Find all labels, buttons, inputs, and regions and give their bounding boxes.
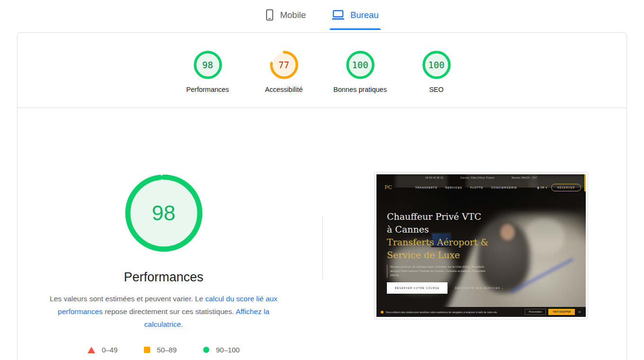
pagespeed-report: Mobile Bureau 98 Performances — [0, 0, 644, 360]
site-hero: Chauffeur Privé VTC à Cannes Transferts … — [387, 210, 515, 294]
pass-circle-icon — [203, 347, 209, 353]
average-square-icon — [144, 347, 150, 353]
performance-score: 98 — [125, 174, 203, 252]
gauge-label: Bonnes pratiques — [322, 86, 398, 93]
hero-secondary-link: DÉCOUVRIR NOS SERVICES → — [455, 287, 504, 289]
legend-item-fail: 0–49 — [88, 346, 117, 354]
tab-mobile[interactable]: Mobile — [263, 0, 308, 30]
site-location: Cannes, Côte d'Azur, France — [460, 176, 494, 179]
cookie-accept-button: TOUT ACCEPTER — [548, 309, 575, 315]
site-nav-flotte: FLOTTE — [470, 186, 483, 189]
legend-range: 50–89 — [157, 346, 177, 354]
site-logo: PC — [381, 185, 395, 190]
gauge-ring: 100 — [421, 50, 452, 80]
site-reserve-button: RÉSERVER — [551, 184, 581, 191]
performance-title: Performances — [44, 270, 283, 285]
legend-range: 0–49 — [102, 346, 117, 354]
tab-mobile-label: Mobile — [280, 10, 306, 20]
score-summary: 98 Performances 77 Accessibilité — [18, 33, 626, 93]
site-phone: 06 50 04 28 31 — [425, 176, 443, 179]
tab-desktop[interactable]: Bureau — [330, 0, 381, 30]
site-language-selector: FR ▾ — [537, 186, 547, 189]
site-topbar: 06 50 04 28 31 Cannes, Côte d'Azur, Fran… — [376, 174, 586, 180]
cookie-customize-button: Personnaliser — [525, 309, 546, 315]
site-lang-label: FR — [541, 186, 544, 189]
performance-section: 98 Performances Les valeurs sont estimée… — [44, 167, 283, 354]
gauge-ring: 100 — [345, 50, 376, 80]
cookie-message: Nous utilisons des cookies pour améliore… — [386, 311, 522, 314]
cookie-close-icon: × — [577, 310, 581, 314]
gauge-ring: 98 — [193, 50, 223, 80]
hero-subtitle-line2: Service de Luxe — [387, 249, 515, 261]
gauge-score: 98 — [193, 50, 223, 80]
description-text: repose directement sur ces statistiques. — [103, 307, 236, 315]
site-preview: 06 50 04 28 31 Cannes, Côte d'Azur, Fran… — [376, 174, 586, 317]
gauge-label: Accessibilité — [246, 86, 322, 93]
gauge-score: 100 — [345, 50, 376, 80]
hero-buttons: RÉSERVER VOTRE COURSE DÉCOUVRIR NOS SERV… — [387, 282, 515, 294]
site-screenshot-thumbnail[interactable]: 06 50 04 28 31 Cannes, Côte d'Azur, Fran… — [374, 172, 588, 319]
gauge-ring: 77 — [269, 50, 299, 80]
score-legend: 0–49 50–89 90–100 — [44, 346, 283, 354]
cookie-banner: Nous utilisons des cookies pour améliore… — [376, 307, 586, 317]
gauge-label: SEO — [398, 86, 474, 93]
mobile-phone-icon — [265, 9, 274, 21]
hero-title-line1: Chauffeur Privé VTC — [387, 210, 515, 223]
desktop-laptop-icon — [331, 10, 345, 20]
section-divider — [322, 216, 323, 279]
hero-body-text: Service premium de transport avec chauff… — [387, 265, 489, 278]
gauge-score: 77 — [269, 50, 299, 80]
site-nav-services: SERVICES — [446, 186, 463, 189]
device-tabs: Mobile Bureau — [0, 0, 644, 30]
gauge-score: 100 — [421, 50, 452, 80]
cookie-icon — [381, 311, 384, 314]
french-flag-icon — [537, 187, 539, 189]
gauge-label: Performances — [170, 86, 246, 93]
tab-desktop-label: Bureau — [350, 10, 379, 20]
site-nav-links: TRANSFERTS SERVICES FLOTTE CONCIERGERIE — [415, 186, 517, 189]
performance-gauge: 98 — [125, 174, 203, 252]
summary-divider — [18, 108, 626, 108]
description-text: Les valeurs sont estimées et peuvent var… — [50, 295, 205, 303]
site-nav-right: FR ▾ RÉSERVER — [537, 184, 581, 191]
legend-item-average: 50–89 — [144, 346, 177, 354]
site-nav-conciergerie: CONCIERGERIE — [491, 186, 517, 189]
chevron-down-icon: ▾ — [546, 186, 547, 189]
site-nav-transferts: TRANSFERTS — [415, 186, 438, 189]
hero-primary-button: RÉSERVER VOTRE COURSE — [387, 282, 447, 294]
summary-gauge-performances[interactable]: 98 Performances — [170, 50, 246, 93]
summary-gauge-accessibilite[interactable]: 77 Accessibilité — [246, 50, 322, 93]
active-tab-underline — [330, 28, 381, 30]
summary-gauge-seo[interactable]: 100 SEO — [398, 50, 474, 93]
performance-description: Les valeurs sont estimées et peuvent var… — [44, 292, 283, 331]
site-navbar: PC TRANSFERTS SERVICES FLOTTE CONCIERGER… — [376, 180, 586, 195]
hero-title-line2: à Cannes — [387, 223, 515, 236]
legend-item-pass: 90–100 — [203, 346, 240, 354]
legend-range: 90–100 — [216, 346, 240, 354]
summary-gauge-bonnes-pratiques[interactable]: 100 Bonnes pratiques — [322, 50, 398, 93]
fail-triangle-icon — [88, 347, 95, 353]
site-hours: Service 24h/24 – 7j/7 — [511, 176, 537, 179]
hero-subtitle-line1: Transferts Aéroport & — [387, 236, 515, 249]
